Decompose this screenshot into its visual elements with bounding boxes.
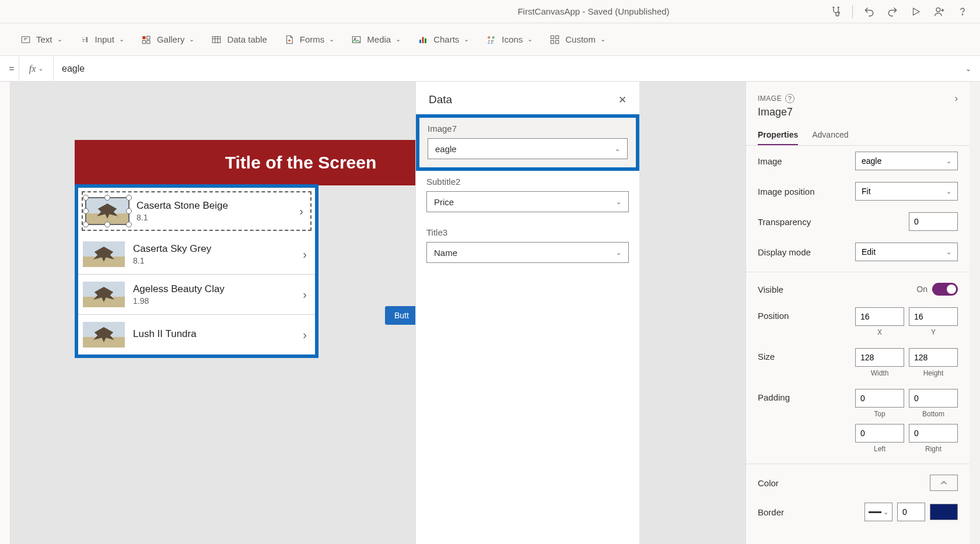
svg-point-0: [838, 12, 840, 13]
resize-handle[interactable]: [83, 222, 89, 227]
prop-padding-bottom[interactable]: [909, 389, 958, 408]
svg-rect-9: [147, 36, 150, 39]
share-icon[interactable]: [929, 1, 950, 22]
input-menu[interactable]: Input ⌄: [73, 30, 130, 49]
app-title: FirstCanvasApp - Saved (Unpublished): [362, 6, 825, 16]
prop-size-label: Size: [758, 348, 775, 362]
media-menu[interactable]: Media ⌄: [345, 30, 407, 49]
formula-expand-button[interactable]: ⌄: [957, 65, 980, 73]
tab-advanced[interactable]: Advanced: [812, 125, 848, 145]
gallery-icon: [141, 34, 152, 45]
prop-position-y[interactable]: [909, 307, 958, 326]
svg-point-18: [488, 36, 490, 38]
charts-menu[interactable]: Charts ⌄: [411, 30, 475, 49]
chevron-down-icon: ⌄: [57, 36, 62, 43]
resize-handle[interactable]: [83, 208, 89, 214]
canvas-button[interactable]: Butt: [385, 306, 418, 325]
prop-color-label: Color: [758, 478, 779, 488]
gallery-template-row[interactable]: Caserta Stone Beige 8.1 ›: [82, 191, 312, 231]
tab-properties[interactable]: Properties: [758, 125, 798, 145]
gallery-menu[interactable]: Gallery ⌄: [135, 30, 201, 49]
help-icon[interactable]: ?: [785, 94, 794, 103]
data-field-select[interactable]: Price ⌄: [426, 191, 629, 212]
scrollbar[interactable]: [970, 82, 980, 544]
prop-imageposition-select[interactable]: Fit⌄: [855, 182, 958, 201]
data-field-label: Title3: [426, 227, 629, 237]
forms-menu[interactable]: Forms ⌄: [278, 30, 341, 49]
chevron-down-icon: ⌄: [615, 145, 620, 153]
gallery-item-subtitle: 8.1: [136, 213, 291, 222]
resize-handle[interactable]: [126, 222, 132, 227]
prop-visible-toggle[interactable]: [932, 283, 958, 296]
custom-menu[interactable]: Custom ⌄: [543, 30, 611, 49]
undo-icon[interactable]: [859, 1, 880, 22]
svg-point-7: [86, 41, 87, 42]
left-rail: [0, 82, 10, 544]
input-label: Input: [95, 34, 114, 44]
resize-handle[interactable]: [104, 195, 110, 201]
chevron-down-icon: ⌄: [329, 36, 334, 43]
text-menu[interactable]: Text ⌄: [14, 30, 68, 49]
resize-handle[interactable]: [126, 195, 132, 201]
resize-handle[interactable]: [104, 222, 110, 227]
chevron-right-icon[interactable]: ›: [299, 205, 307, 218]
prop-size-height[interactable]: [909, 348, 958, 367]
svg-point-2: [936, 8, 940, 12]
data-field-label: Image7: [428, 124, 628, 134]
resize-handle[interactable]: [83, 195, 89, 201]
svg-rect-17: [425, 38, 426, 43]
image-control: [83, 322, 125, 348]
svg-point-5: [86, 37, 87, 38]
data-field-select[interactable]: eagle ⌄: [428, 138, 628, 159]
title-bar: FirstCanvasApp - Saved (Unpublished): [0, 0, 980, 23]
prop-padding-right[interactable]: [909, 424, 958, 443]
datatable-icon: [211, 34, 222, 45]
formula-input[interactable]: [54, 56, 957, 81]
prop-displaymode-label: Display mode: [758, 247, 811, 257]
play-icon[interactable]: [905, 1, 926, 22]
icons-icon: [485, 34, 497, 45]
prop-border-style[interactable]: ⌄: [864, 503, 892, 521]
custom-icon: [549, 34, 561, 45]
media-icon: [351, 34, 362, 45]
gallery-row[interactable]: Caserta Sky Grey 8.1 ›: [78, 234, 315, 275]
charts-label: Charts: [433, 34, 459, 44]
icons-menu[interactable]: Icons ⌄: [480, 30, 538, 49]
data-field-label: Subtitle2: [426, 177, 629, 187]
redo-icon[interactable]: [882, 1, 903, 22]
gallery-item-title: Caserta Sky Grey: [133, 243, 295, 255]
gallery-control[interactable]: Caserta Stone Beige 8.1 › Caserta Sky Gr…: [75, 184, 318, 358]
prop-position-x[interactable]: [855, 307, 904, 326]
prop-border-label: Border: [758, 507, 784, 517]
chevron-right-icon[interactable]: ›: [303, 328, 310, 342]
chevron-down-icon: ⌄: [464, 36, 469, 43]
prop-image-select[interactable]: eagle⌄: [855, 152, 958, 170]
svg-point-3: [962, 14, 963, 15]
prop-size-width[interactable]: [855, 348, 904, 367]
control-name: Image7: [746, 106, 970, 125]
fx-button[interactable]: fx ⌄: [19, 56, 54, 81]
prop-transparency-input[interactable]: [909, 212, 958, 231]
chevron-down-icon: ⌄: [527, 36, 533, 43]
prop-border-color[interactable]: [930, 504, 958, 520]
prop-displaymode-select[interactable]: Edit⌄: [855, 243, 958, 261]
close-icon[interactable]: ✕: [618, 94, 626, 106]
collapse-panel-button[interactable]: ›: [955, 93, 958, 104]
prop-padding-label: Padding: [758, 389, 790, 402]
resize-handle[interactable]: [126, 208, 132, 214]
gallery-row[interactable]: Ageless Beauty Clay 1.98 ›: [78, 275, 315, 315]
chevron-right-icon[interactable]: ›: [303, 248, 310, 261]
gallery-row[interactable]: Lush II Tundra ›: [78, 315, 315, 355]
prop-border-width[interactable]: [897, 503, 925, 521]
image-control-selected[interactable]: [86, 198, 128, 224]
help-icon[interactable]: [952, 1, 973, 22]
chevron-right-icon[interactable]: ›: [303, 288, 310, 301]
diagnostics-icon[interactable]: [825, 1, 846, 22]
prop-padding-top[interactable]: [855, 389, 904, 408]
data-field-select[interactable]: Name ⌄: [426, 242, 629, 263]
separator: [852, 5, 853, 18]
prop-color-swatch[interactable]: [930, 475, 958, 491]
eagle-image: [97, 203, 118, 219]
datatable-button[interactable]: Data table: [205, 30, 272, 49]
prop-padding-left[interactable]: [855, 424, 904, 443]
